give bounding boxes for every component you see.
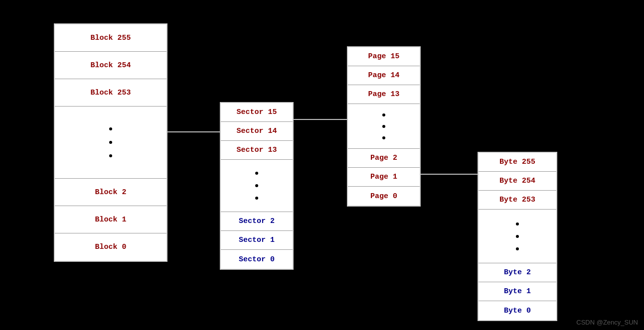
block-column: Block 255 Block 254 Block 253 Block 2 Bl…	[54, 23, 167, 262]
page-column: Page 15 Page 14 Page 13 Page 2 Page 1 Pa…	[347, 46, 421, 207]
block-254: Block 254	[55, 52, 166, 79]
byte-column: Byte 255 Byte 254 Byte 253 Byte 2 Byte 1…	[478, 152, 557, 321]
sector-0: Sector 0	[221, 250, 293, 269]
byte-dots	[479, 210, 556, 263]
sector-15: Sector 15	[221, 103, 293, 122]
byte-253: Byte 253	[479, 191, 556, 210]
byte-1: Byte 1	[479, 282, 556, 301]
block-0: Block 0	[55, 233, 166, 261]
sector-14: Sector 14	[221, 122, 293, 141]
diagram: Block 255 Block 254 Block 253 Block 2 Bl…	[0, 0, 644, 330]
page-14: Page 14	[348, 66, 420, 85]
sector-column: Sector 15 Sector 14 Sector 13 Sector 2 S…	[220, 102, 294, 270]
byte-0: Byte 0	[479, 301, 556, 320]
page-13: Page 13	[348, 85, 420, 104]
page-1: Page 1	[348, 168, 420, 187]
sector-13: Sector 13	[221, 141, 293, 160]
page-dots	[348, 104, 420, 149]
block-253: Block 253	[55, 79, 166, 107]
block-1: Block 1	[55, 206, 166, 233]
page-0: Page 0	[348, 187, 420, 206]
watermark: CSDN @Zency_SUN	[576, 319, 638, 326]
sector-dots	[221, 160, 293, 212]
block-255: Block 255	[55, 24, 166, 52]
block-2: Block 2	[55, 179, 166, 206]
byte-255: Byte 255	[479, 153, 556, 172]
sector-2: Sector 2	[221, 212, 293, 231]
block-dots	[55, 107, 166, 179]
byte-2: Byte 2	[479, 263, 556, 282]
page-15: Page 15	[348, 47, 420, 66]
sector-1: Sector 1	[221, 231, 293, 250]
page-2: Page 2	[348, 149, 420, 168]
byte-254: Byte 254	[479, 172, 556, 191]
